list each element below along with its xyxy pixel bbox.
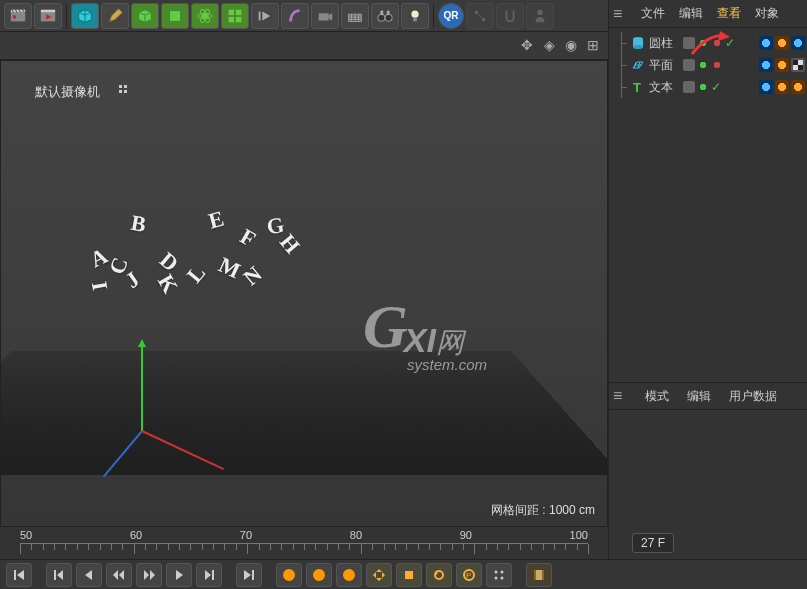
object-name: 文本: [649, 79, 677, 96]
timeline[interactable]: 50 60 70 80 90 100 27 F: [0, 526, 608, 559]
cloner-icon[interactable]: [221, 3, 249, 29]
clapper-icon[interactable]: [4, 3, 32, 29]
svg-point-21: [385, 14, 392, 21]
param-key-button[interactable]: P: [456, 563, 482, 587]
svg-rect-12: [236, 9, 241, 14]
svg-marker-42: [57, 570, 63, 580]
svg-rect-34: [798, 65, 803, 70]
snap-icon[interactable]: [496, 3, 524, 29]
tag-dynamics[interactable]: [759, 80, 773, 94]
autokey-button[interactable]: [306, 563, 332, 587]
tab-object[interactable]: 对象: [751, 1, 783, 26]
editor-vis-flag[interactable]: [697, 59, 709, 71]
object-list: 圆柱 ✓ 平面: [609, 28, 807, 102]
prev-key-button[interactable]: [46, 563, 72, 587]
render-vis-flag[interactable]: [711, 59, 723, 71]
scene-text-letters: A B C D E F G H I J K L M N: [91, 191, 321, 311]
tag-extra[interactable]: [791, 80, 805, 94]
next-icon[interactable]: [251, 3, 279, 29]
tag-dynamics[interactable]: [759, 58, 773, 72]
svg-point-56: [344, 570, 354, 580]
ruler-label: 70: [240, 529, 252, 541]
object-row-text[interactable]: T 文本 ✓: [611, 76, 805, 98]
svg-rect-13: [229, 16, 234, 21]
nurbs-icon[interactable]: [131, 3, 159, 29]
svg-rect-57: [405, 571, 413, 579]
svg-rect-4: [41, 9, 55, 12]
pan-icon[interactable]: ✥: [518, 36, 536, 54]
svg-marker-46: [144, 570, 149, 580]
bend-icon[interactable]: [281, 3, 309, 29]
rotate-key-button[interactable]: [426, 563, 452, 587]
tab-view[interactable]: 查看: [713, 1, 745, 26]
tag-rigid[interactable]: [791, 36, 805, 50]
qr-button[interactable]: QR: [438, 3, 464, 29]
svg-marker-45: [119, 570, 124, 580]
clapper-play-icon[interactable]: [34, 3, 62, 29]
orbit-icon[interactable]: ◉: [562, 36, 580, 54]
prev-frame-button[interactable]: [76, 563, 102, 587]
editor-vis-flag[interactable]: [697, 37, 709, 49]
tag-dynamics[interactable]: [759, 36, 773, 50]
joint-icon[interactable]: [466, 3, 494, 29]
next-frame-button[interactable]: [166, 563, 192, 587]
scale-key-button[interactable]: [396, 563, 422, 587]
svg-marker-43: [85, 570, 92, 580]
play-back-button[interactable]: [106, 563, 132, 587]
camera-tool-icon[interactable]: [311, 3, 339, 29]
object-row-plane[interactable]: 平面: [611, 54, 805, 76]
object-flags: ✓: [683, 81, 723, 93]
viewport[interactable]: 默认摄像机 A B C D E F G H I J K L M N GXI网 s…: [0, 60, 608, 530]
hamburger-icon[interactable]: ≡: [613, 387, 631, 405]
ruler-labels: 50 60 70 80 90 100: [0, 527, 608, 541]
ruler-ticks: [20, 543, 588, 557]
tag-checker[interactable]: [791, 58, 805, 72]
goto-end-button[interactable]: [236, 563, 262, 587]
enable-check[interactable]: ✓: [725, 37, 737, 49]
zoom-icon[interactable]: ◈: [540, 36, 558, 54]
next-key-button[interactable]: [196, 563, 222, 587]
options-button[interactable]: [486, 563, 512, 587]
svg-point-20: [378, 14, 385, 21]
object-row-cylinder[interactable]: 圆柱 ✓: [611, 32, 805, 54]
person-icon[interactable]: [526, 3, 554, 29]
tab-mode[interactable]: 模式: [641, 384, 673, 409]
goto-start-button[interactable]: [6, 563, 32, 587]
cube-icon[interactable]: [71, 3, 99, 29]
tab-attr-edit[interactable]: 编辑: [683, 384, 715, 409]
layer-flag[interactable]: [683, 59, 695, 71]
grid-spacing-label: 网格间距 : 1000 cm: [491, 502, 595, 519]
light-icon[interactable]: [401, 3, 429, 29]
editor-vis-flag[interactable]: [697, 81, 709, 93]
layer-flag[interactable]: [683, 81, 695, 93]
record-button[interactable]: [276, 563, 302, 587]
camera-options-icon[interactable]: [119, 85, 131, 97]
svg-rect-50: [212, 570, 214, 580]
current-frame-badge: 27 F: [632, 533, 674, 553]
enable-check[interactable]: ✓: [711, 81, 723, 93]
svg-marker-40: [17, 570, 24, 580]
atom-icon[interactable]: [191, 3, 219, 29]
svg-marker-51: [244, 570, 251, 580]
tag-collider[interactable]: [775, 58, 789, 72]
generator-icon[interactable]: [161, 3, 189, 29]
svg-rect-25: [413, 17, 417, 21]
hamburger-icon[interactable]: ≡: [613, 5, 631, 23]
layer-flag[interactable]: [683, 37, 695, 49]
render-icon[interactable]: [526, 563, 552, 587]
tab-userdata[interactable]: 用户数据: [725, 384, 781, 409]
render-vis-flag[interactable]: [711, 37, 723, 49]
svg-point-61: [495, 570, 498, 573]
play-forward-button[interactable]: [136, 563, 162, 587]
layout-icon[interactable]: ⊞: [584, 36, 602, 54]
binoculars-icon[interactable]: [371, 3, 399, 29]
svg-rect-35: [798, 60, 803, 65]
pen-icon[interactable]: [101, 3, 129, 29]
move-key-button[interactable]: [366, 563, 392, 587]
tag-collider[interactable]: [775, 80, 789, 94]
tab-edit[interactable]: 编辑: [675, 1, 707, 26]
tab-file[interactable]: 文件: [637, 1, 669, 26]
tag-collider[interactable]: [775, 36, 789, 50]
keyframe-button[interactable]: [336, 563, 362, 587]
floor-icon[interactable]: [341, 3, 369, 29]
